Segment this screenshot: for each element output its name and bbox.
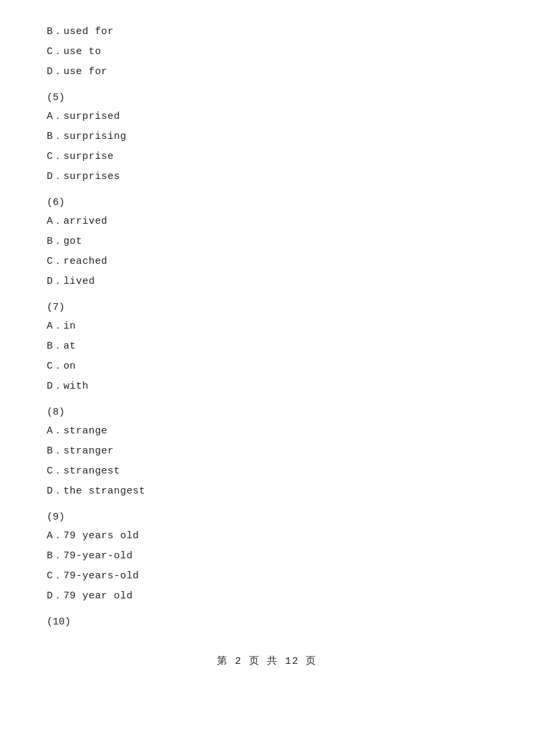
option-q9-2: C．79-years-old: [47, 568, 487, 584]
option-q8-2: C．strangest: [47, 463, 487, 480]
option-q7-2: C．on: [47, 359, 487, 375]
option-q6-3: D．lived: [47, 274, 487, 290]
option-q7-0: A．in: [47, 319, 487, 335]
option-q5-3: D．surprises: [47, 169, 487, 185]
question-number-q5: (5): [47, 92, 487, 104]
option-q6-1: B．got: [47, 234, 487, 250]
question-number-q6: (6): [47, 197, 487, 208]
option-q9-3: D．79 year old: [47, 588, 487, 604]
option-q8-0: A．strange: [47, 423, 487, 439]
option-q6-2: C．reached: [47, 254, 487, 270]
option-q9-0: A．79 years old: [47, 528, 487, 544]
prefix-option-b: B．used for: [47, 24, 487, 40]
option-q5-2: C．surprise: [47, 149, 487, 165]
option-q9-1: B．79-year-old: [47, 548, 487, 564]
option-q5-1: B．surprising: [47, 129, 487, 145]
question-number-q7: (7): [47, 302, 487, 313]
option-q8-3: D．the strangest: [47, 484, 487, 500]
prefix-option-c: C．use to: [47, 44, 487, 60]
option-q5-0: A．surprised: [47, 109, 487, 125]
option-q8-1: B．stranger: [47, 443, 487, 459]
option-q6-0: A．arrived: [47, 214, 487, 230]
question-number-q9: (9): [47, 512, 487, 523]
page-footer: 第 2 页 共 12 页: [47, 654, 487, 667]
prefix-option-d: D．use for: [47, 64, 487, 80]
option-q7-1: B．at: [47, 339, 487, 355]
option-q7-3: D．with: [47, 379, 487, 395]
question-number-q8: (8): [47, 407, 487, 418]
question-number-q10: (10): [47, 616, 487, 628]
